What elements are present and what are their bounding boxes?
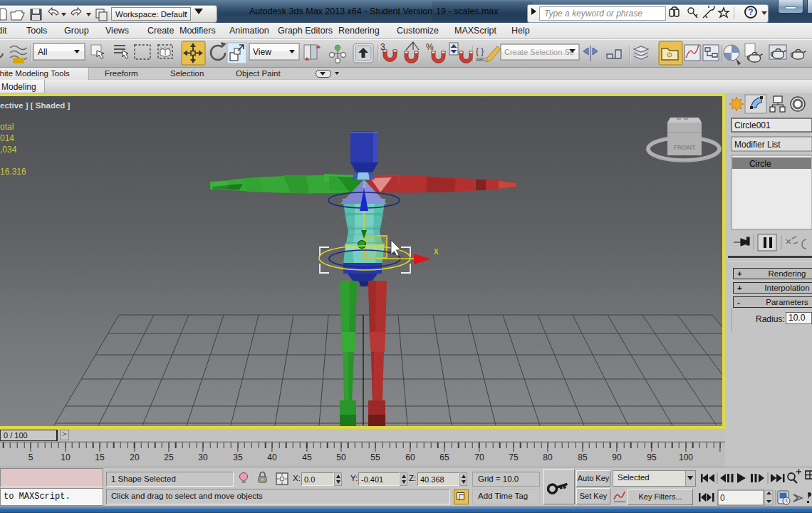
svg-text:{ }: { } <box>476 46 484 56</box>
svg-text:All: All <box>38 47 47 57</box>
svg-text:Modifier List: Modifier List <box>734 140 781 150</box>
svg-text:0: 0 <box>720 493 725 503</box>
svg-text:FRONT: FRONT <box>674 144 696 151</box>
svg-text:Circle: Circle <box>749 159 771 169</box>
svg-text:ABC: ABC <box>476 57 486 62</box>
svg-text:Circle001: Circle001 <box>734 120 771 130</box>
svg-text:View: View <box>253 47 271 57</box>
svg-text:%: % <box>426 42 434 52</box>
svg-text:Create Selection Se: Create Selection Se <box>504 48 574 56</box>
svg-text:X: X <box>434 248 439 256</box>
svg-text:Z: Z <box>363 181 366 188</box>
